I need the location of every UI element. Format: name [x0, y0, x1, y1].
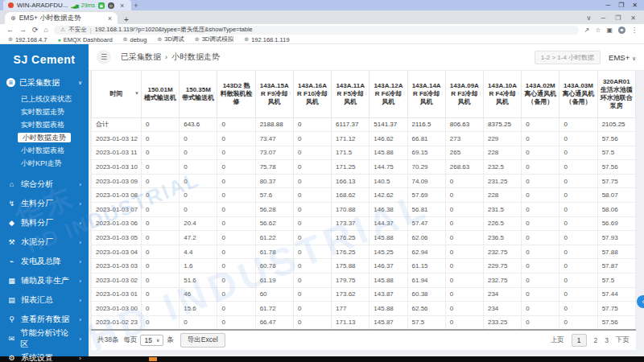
per-page-select[interactable]: 15 ∨ [140, 335, 163, 346]
column-header[interactable]: 143A.16AR F10冷却风机↕ [293, 71, 331, 117]
column-header[interactable]: 143A.02M 离心通风机（备用）↕ [522, 71, 559, 117]
tab-search-chevron-icon[interactable]: ∨ [587, 14, 592, 22]
panel-collapse-button[interactable]: ‹ [637, 295, 644, 308]
extensions-icon[interactable]: ▣ [606, 27, 613, 34]
sidebar-subitem[interactable]: 实时数据表格 [0, 118, 89, 131]
browser-menu-icon[interactable]: ⋮ [631, 27, 638, 34]
sidebar-subitem[interactable]: 小时数据表格 [0, 144, 89, 157]
sort-icon[interactable]: ↕ [403, 91, 406, 97]
bookmark-item[interactable]: ●EMQX Dashboard [58, 36, 113, 43]
prev-page-button[interactable]: 上页 [551, 335, 564, 345]
table-cell: 57.44 [597, 287, 635, 302]
remote-new-tab-button[interactable]: + [131, 2, 140, 10]
breadcrumb-parent[interactable]: 已采集数据 [121, 51, 161, 63]
column-header[interactable]: 143D2 熟料散装机检修↕ [217, 71, 255, 117]
column-header[interactable]: 150.35M 带式输送机↕ [180, 71, 217, 117]
remote-close-icon[interactable]: ✕ [632, 2, 638, 9]
remote-minimize-icon[interactable]: ─ [605, 2, 610, 9]
column-header[interactable]: 143A.14AR F8冷却风机↕ [407, 71, 445, 117]
sidebar-item[interactable]: ▦辅助及非生产› [0, 271, 89, 290]
sidebar-group-collected-data[interactable]: ≣ 已采集数据 ∨ [0, 74, 89, 91]
window-close-icon[interactable]: ✕ [630, 14, 636, 22]
user-menu[interactable]: EMS+ ∨ [609, 53, 636, 62]
page-button[interactable]: 2 [594, 336, 598, 344]
column-header[interactable]: 143A.11AR F5冷却风机↕ [332, 71, 369, 117]
sidebar-item[interactable]: ↯生料分厂› [0, 194, 89, 213]
export-excel-button[interactable]: 导出Excel [180, 333, 225, 348]
home-icon[interactable]: ⌂ [44, 26, 48, 34]
sort-icon[interactable]: ↕ [175, 91, 177, 97]
os-taskbar[interactable] [0, 356, 644, 362]
bookmark-item[interactable]: ⊕debug [123, 36, 147, 43]
column-header[interactable]: 143A.12AR F6冷却风机↕ [369, 71, 407, 117]
table-cell: 73.47 [255, 132, 293, 146]
sort-icon[interactable]: ▼ [134, 91, 139, 97]
column-header[interactable]: 143A.03M 离心通风机（备用）↕ [559, 71, 597, 117]
keyboard-icon[interactable]: ⊙ [108, 2, 114, 9]
bookmark-item[interactable]: ⊕3D调试模拟 [195, 35, 233, 43]
column-header[interactable]: 143A.15AR F9冷却风机↕ [255, 71, 293, 117]
remote-app-logo-icon [8, 2, 14, 8]
table-cell: 0 [293, 174, 331, 188]
bookmark-item[interactable]: ⊕3D调试 [157, 35, 184, 43]
address-bar[interactable]: ⚠ 不安全 | 192.168.1.119/?p=1020&typee=磨头低压… [54, 26, 579, 35]
back-icon[interactable]: ← [6, 26, 14, 34]
browser-tab[interactable]: ⊕ EMS+ 小时数据走势 × [5, 12, 118, 24]
sort-icon[interactable]: ↕ [631, 91, 634, 97]
window-restore-icon[interactable]: ❐ [615, 14, 621, 22]
sort-icon[interactable]: ↕ [441, 91, 444, 97]
column-header[interactable]: 时间▼ [92, 71, 142, 117]
hamburger-menu-icon[interactable]: ☰ [97, 50, 111, 64]
sidebar-item[interactable]: ⚒水泥分厂› [0, 232, 89, 252]
remote-tab-close-icon[interactable]: × [118, 2, 126, 10]
monitor-icon[interactable]: ▣ [98, 2, 105, 9]
sort-icon[interactable]: ↕ [289, 91, 291, 97]
sort-icon[interactable]: ↕ [479, 91, 481, 97]
table-cell: 233.25 [483, 315, 521, 330]
sidebar-subitem[interactable]: 实时数据走势 [0, 105, 89, 118]
table-cell: 57.6 [255, 188, 293, 203]
date-range-tag[interactable]: 1-2 > 1-4 小时数据 [535, 51, 601, 64]
sidebar-item[interactable]: ⚲查看所有数据› [0, 310, 89, 329]
remote-restore-icon[interactable]: ❐ [618, 2, 624, 9]
bookmark-item[interactable]: ⊕192.168.1.119 [244, 36, 289, 43]
sort-icon[interactable]: ↕ [327, 91, 329, 97]
sort-icon[interactable]: ↕ [593, 91, 596, 97]
sidebar-subitem-active[interactable]: 小时数据走势 [0, 131, 89, 144]
column-header[interactable]: 143A.09AR F3冷却风机↕ [445, 71, 483, 117]
column-header[interactable]: 320AR01 生活水池循环水池联合泵房↕ [597, 71, 635, 117]
sidebar-item[interactable]: ⌂综合分析› [0, 175, 89, 194]
sort-icon[interactable]: ↕ [555, 91, 557, 97]
table-cell: 166.13 [332, 174, 369, 188]
sidebar-item[interactable]: ▤报表汇总› [0, 290, 89, 310]
sidebar-item[interactable]: ◆熟料分厂› [0, 213, 89, 232]
column-header[interactable]: 150.01M 槽式输送机↕ [142, 71, 180, 117]
refresh-icon[interactable]: ⟳ [32, 26, 39, 34]
sort-icon[interactable]: ↕ [251, 91, 254, 97]
sort-icon[interactable]: ↕ [517, 91, 519, 97]
sort-icon[interactable]: ↕ [213, 91, 215, 97]
sidebar-subitem[interactable]: 小时KPI走势 [0, 157, 89, 170]
url-separator: | [90, 27, 92, 34]
table-cell: 2023-01-03 02 [92, 274, 142, 288]
remote-session-tab[interactable]: WIN-ARADFDU... ▂▄▆ 29ms ▣ ⊙ × [3, 0, 131, 10]
next-page-button[interactable]: 下页 [616, 335, 630, 345]
profile-avatar[interactable]: ☻ [618, 27, 625, 34]
sidebar-item[interactable]: ⌁发电及总降› [0, 252, 89, 271]
bookmark-star-icon[interactable]: ☆ [595, 27, 601, 34]
forward-icon[interactable]: → [19, 26, 27, 34]
new-tab-button[interactable]: + [124, 15, 129, 24]
share-icon[interactable]: ↗ [584, 27, 590, 34]
page-button[interactable]: 3 [605, 336, 609, 344]
bookmark-item[interactable]: ⊕192.168.4.7 [8, 36, 47, 43]
sidebar-item[interactable]: ⚙系统设置› [0, 348, 89, 362]
page-button-current[interactable]: 1 [572, 334, 587, 347]
sidebar-subitem[interactable]: 已上线仪表状态 [0, 93, 89, 105]
tab-close-icon[interactable]: × [108, 14, 112, 23]
sort-icon[interactable]: ↕ [365, 91, 367, 97]
taskbar-item[interactable] [149, 357, 157, 361]
sidebar-item[interactable]: ✉节能分析讨论区› [0, 329, 89, 348]
window-minimize-icon[interactable]: ─ [601, 14, 605, 22]
column-header[interactable]: 143A.10AR F4冷却风机↕ [483, 71, 521, 117]
chat-icon: ✉ [7, 335, 16, 343]
